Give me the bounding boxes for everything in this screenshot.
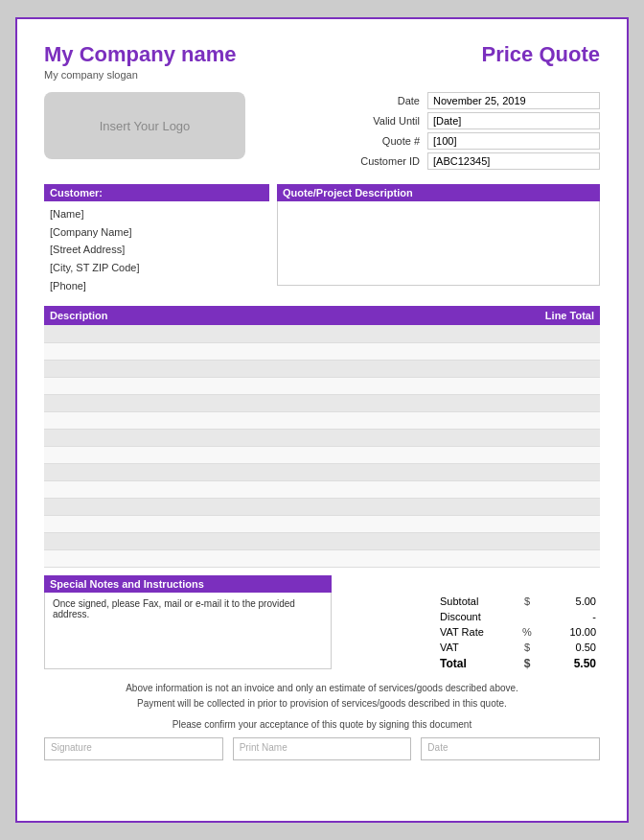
customer-id-label: Customer ID: [341, 155, 427, 167]
footer-line2: Payment will be collected in prior to pr…: [44, 696, 600, 712]
subtotal-value: 5.00: [538, 595, 600, 607]
two-col-section: Customer: [Name] [Company Name] [Street …: [44, 184, 600, 298]
meta-quote-row: Quote # [100]: [341, 132, 600, 150]
vat-rate-label: VAT Rate: [440, 626, 517, 638]
meta-customer-id-row: Customer ID [ABC12345]: [341, 152, 600, 170]
print-name-field[interactable]: Print Name: [233, 737, 412, 760]
quote-label: Quote #: [341, 135, 427, 147]
item-desc: [44, 411, 517, 429]
signature-row: Signature Print Name Date: [44, 737, 600, 760]
table-row: [44, 377, 600, 394]
table-row: [44, 394, 600, 411]
item-total: [517, 463, 600, 480]
footer-line1: Above information is not an invoice and …: [44, 681, 600, 696]
item-desc: [44, 463, 517, 480]
subtotal-symbol: $: [517, 595, 538, 607]
customer-header: Customer:: [44, 184, 269, 201]
description-body[interactable]: [277, 201, 600, 286]
item-desc: [44, 342, 517, 360]
item-total: [517, 532, 600, 549]
company-name: My Company name: [44, 42, 237, 67]
signature-placeholder: Signature: [51, 742, 92, 753]
table-row: [44, 429, 600, 446]
discount-value: -: [538, 611, 600, 622]
company-slogan: My company slogan: [44, 69, 237, 81]
footer-text: Above information is not an invoice and …: [44, 681, 600, 712]
quote-value: [100]: [427, 132, 600, 150]
logo-box[interactable]: Insert Your Logo: [44, 92, 245, 159]
signature-field[interactable]: Signature: [44, 737, 223, 760]
table-row: [44, 446, 600, 463]
table-row: [44, 411, 600, 429]
col-total-header: Line Total: [517, 306, 600, 325]
description-block: Quote/Project Description: [277, 184, 600, 298]
totals-block: Subtotal $ 5.00 Discount - VAT Rate % 10…: [343, 595, 600, 671]
item-total: [517, 446, 600, 463]
item-total: [517, 394, 600, 411]
subtotal-row: Subtotal $ 5.00: [343, 595, 600, 608]
price-quote-title: Price Quote: [482, 42, 600, 67]
discount-label: Discount: [440, 611, 517, 622]
item-total: [517, 377, 600, 394]
customer-body: [Name] [Company Name] [Street Address] […: [44, 201, 269, 298]
vat-rate-symbol: %: [517, 626, 538, 638]
item-desc: [44, 429, 517, 446]
table-row: [44, 325, 600, 342]
notes-body: Once signed, please Fax, mail or e-mail …: [44, 593, 332, 669]
date-field[interactable]: Date: [421, 737, 600, 760]
table-row: [44, 360, 600, 377]
item-total: [517, 549, 600, 567]
total-symbol: $: [517, 657, 538, 670]
customer-phone: [Phone]: [50, 277, 264, 295]
table-row: [44, 498, 600, 515]
item-desc: [44, 360, 517, 377]
table-row: [44, 463, 600, 480]
table-row: [44, 515, 600, 532]
item-total: [517, 498, 600, 515]
item-total: [517, 515, 600, 532]
item-desc: [44, 480, 517, 498]
price-quote-page: My Company name My company slogan Price …: [15, 17, 629, 823]
item-total: [517, 360, 600, 377]
item-total: [517, 342, 600, 360]
vat-rate-value: 10.00: [538, 626, 600, 638]
valid-until-label: Valid Until: [341, 115, 427, 127]
vat-value: 0.50: [538, 642, 600, 653]
company-block: My Company name My company slogan: [44, 42, 237, 81]
customer-company: [Company Name]: [50, 223, 264, 242]
total-label: Total: [440, 657, 517, 670]
vat-label: VAT: [440, 642, 517, 653]
info-row: Insert Your Logo Date November 25, 2019 …: [44, 92, 600, 173]
date-value: November 25, 2019: [427, 92, 600, 109]
customer-id-value: [ABC12345]: [427, 152, 600, 170]
item-total: [517, 411, 600, 429]
footer-sign: Please confirm your acceptance of this q…: [44, 719, 600, 730]
valid-until-value: [Date]: [427, 112, 600, 129]
item-desc: [44, 549, 517, 567]
item-total: [517, 480, 600, 498]
date-label: Date: [341, 95, 427, 106]
table-row: [44, 549, 600, 567]
meta-table: Date November 25, 2019 Valid Until [Date…: [341, 92, 600, 173]
discount-row: Discount -: [343, 610, 600, 623]
subtotal-label: Subtotal: [440, 595, 517, 607]
logo-placeholder-text: Insert Your Logo: [100, 119, 191, 133]
meta-valid-row: Valid Until [Date]: [341, 112, 600, 129]
customer-name: [Name]: [50, 205, 264, 223]
total-value: 5.50: [538, 657, 600, 670]
table-row: [44, 342, 600, 360]
meta-date-row: Date November 25, 2019: [341, 92, 600, 109]
col-description-header: Description: [44, 306, 517, 325]
item-desc: [44, 377, 517, 394]
table-row: [44, 532, 600, 549]
vat-rate-row: VAT Rate % 10.00: [343, 625, 600, 639]
customer-street: [Street Address]: [50, 241, 264, 259]
header: My Company name My company slogan Price …: [44, 42, 600, 81]
bottom-row: Special Notes and Instructions Once sign…: [44, 575, 600, 671]
customer-block: Customer: [Name] [Company Name] [Street …: [44, 184, 269, 298]
customer-city: [City, ST ZIP Code]: [50, 259, 264, 277]
print-name-placeholder: Print Name: [240, 742, 288, 753]
total-row: Total $ 5.50: [343, 656, 600, 671]
item-desc: [44, 394, 517, 411]
item-desc: [44, 325, 517, 342]
